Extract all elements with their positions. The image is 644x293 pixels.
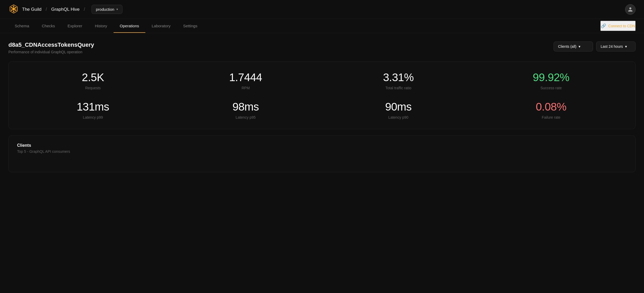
clients-filter-label: Clients (all) [558,44,576,49]
tab-explorer[interactable]: Explorer [61,19,89,33]
page-header: d8a5_CDNAccessTokensQuery Performance of… [8,41,636,54]
tab-history[interactable]: History [89,19,114,33]
stat-success-rate: 99.92% Success rate [477,71,625,90]
tab-checks[interactable]: Checks [35,19,61,33]
svg-point-3 [13,6,14,7]
latency-p99-label: Latency p99 [83,115,103,119]
rpm-value: 1.7444 [229,71,262,84]
project-name: GraphQL Hive [51,7,80,12]
header-left: The Guild / GraphQL Hive / production ▾ [8,4,625,15]
traffic-ratio-label: Total traffic ratio [385,86,411,90]
clients-subtitle: Top 5 - GraphQL API consumers [17,149,627,154]
page-title: d8a5_CDNAccessTokensQuery [8,41,554,48]
nav-right: 🔗 Connect to CDN [600,21,636,31]
logo[interactable] [8,4,19,15]
time-chevron-icon: ▾ [625,44,627,49]
stat-latency-p99: 131ms Latency p99 [19,101,167,119]
stat-failure-rate: 0.08% Failure rate [477,101,625,119]
svg-point-7 [11,9,12,11]
latency-p95-label: Latency p95 [236,115,255,119]
connect-cdn-button[interactable]: 🔗 Connect to CDN [600,21,636,31]
main-nav: Schema Checks Explorer History Operation… [0,19,644,33]
stat-latency-p90: 90ms Latency p90 [325,101,472,119]
time-filter-dropdown[interactable]: Last 24 hours ▾ [596,41,636,51]
svg-point-6 [15,7,17,8]
clients-chevron-icon: ▾ [579,44,580,49]
stat-rpm: 1.7444 RPM [172,71,319,90]
stats-card: 2.5K Requests 1.7444 RPM 3.31% Total tra… [8,61,636,129]
connect-cdn-label: Connect to CDN [608,24,635,28]
stats-grid: 2.5K Requests 1.7444 RPM 3.31% Total tra… [19,71,625,119]
header-right [625,4,636,15]
stat-latency-p95: 98ms Latency p95 [172,101,319,119]
breadcrumb-sep-2: / [84,7,85,12]
nav-tabs: Schema Checks Explorer History Operation… [8,19,600,33]
tab-laboratory[interactable]: Laboratory [145,19,177,33]
environment-label: production [96,7,114,12]
time-filter-label: Last 24 hours [601,44,623,49]
chevron-down-icon: ▾ [116,8,118,11]
environment-dropdown[interactable]: production ▾ [91,5,122,14]
success-rate-value: 99.92% [533,71,569,84]
latency-p90-value: 90ms [385,101,412,113]
latency-p99-value: 131ms [77,101,109,113]
user-avatar[interactable] [625,4,636,15]
requests-label: Requests [85,86,101,90]
svg-point-4 [13,11,14,12]
clients-title: Clients [17,143,627,148]
stat-traffic-ratio: 3.31% Total traffic ratio [325,71,472,90]
app-header: The Guild / GraphQL Hive / production ▾ [0,0,644,19]
svg-point-5 [11,7,12,8]
main-content: d8a5_CDNAccessTokensQuery Performance of… [0,33,644,181]
page-controls: Clients (all) ▾ Last 24 hours ▾ [554,41,636,51]
tab-schema[interactable]: Schema [8,19,35,33]
clients-card: Clients Top 5 - GraphQL API consumers [8,135,636,172]
failure-rate-value: 0.08% [536,101,566,113]
requests-value: 2.5K [82,71,104,84]
traffic-ratio-value: 3.31% [383,71,414,84]
breadcrumb-sep-1: / [46,7,47,12]
success-rate-label: Success rate [540,86,562,90]
brand-name: The Guild [22,7,42,12]
clients-filter-dropdown[interactable]: Clients (all) ▾ [554,41,593,51]
failure-rate-label: Failure rate [542,115,560,119]
svg-point-2 [12,8,15,10]
stat-requests: 2.5K Requests [19,71,167,90]
rpm-label: RPM [242,86,250,90]
tab-operations[interactable]: Operations [114,19,145,33]
link-icon: 🔗 [601,23,606,28]
latency-p90-label: Latency p90 [388,115,408,119]
svg-point-8 [15,9,17,11]
page-title-section: d8a5_CDNAccessTokensQuery Performance of… [8,41,554,54]
latency-p95-value: 98ms [232,101,259,113]
tab-settings[interactable]: Settings [177,19,204,33]
page-subtitle: Performance of individual GraphQL operat… [8,50,554,54]
